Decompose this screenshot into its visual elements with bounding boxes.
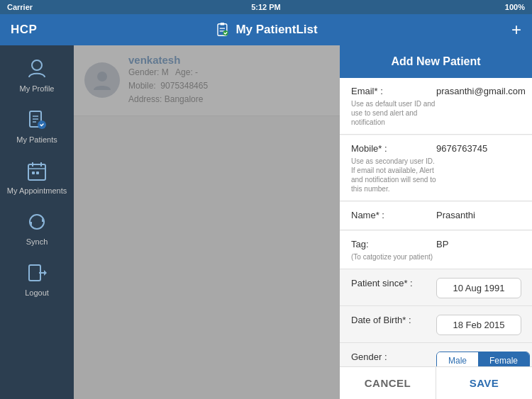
svg-rect-1 — [221, 23, 225, 26]
sidebar-label-logout: Logout — [25, 288, 49, 297]
add-patient-modal: Add New Patient Email* : Use as default … — [340, 45, 532, 399]
gender-row: Gender : Male Female — [340, 344, 532, 366]
tag-value: BP — [436, 238, 521, 249]
patient-since-value: 10 Aug 1991 — [436, 277, 521, 298]
dob-button[interactable]: 18 Feb 2015 — [436, 315, 521, 335]
app-header: HCP My PatientList + — [0, 14, 532, 45]
gender-female-button[interactable]: Female — [478, 352, 529, 366]
time-label: 5:12 PM — [251, 3, 281, 11]
sidebar-item-my-patients[interactable]: My Patients — [0, 100, 74, 151]
name-row: Name* : Prasanthi — [340, 202, 532, 230]
modal-title: Add New Patient — [391, 55, 480, 67]
header-title-section: My PatientList — [214, 22, 317, 38]
svg-rect-16 — [36, 172, 39, 174]
patient-since-label: Patient since* : — [351, 277, 436, 290]
svg-marker-21 — [44, 270, 47, 276]
save-button[interactable]: SAVE — [436, 367, 532, 399]
sidebar-item-my-appointments[interactable]: My Appointments — [0, 151, 74, 202]
battery-label: 100% — [505, 3, 525, 11]
clipboard-icon — [214, 22, 230, 38]
patient-since-row: Patient since* : 10 Aug 1991 — [340, 270, 532, 306]
status-bar: Carrier 5:12 PM 100% — [0, 0, 532, 14]
sync-icon — [24, 209, 50, 235]
logout-icon — [24, 260, 50, 286]
dob-label: Date of Birth* : — [351, 314, 436, 327]
gender-label: Gender : — [351, 351, 436, 364]
tag-label: Tag: — [351, 238, 436, 251]
mobile-label: Mobile* : — [351, 142, 436, 155]
sidebar-label-synch: Synch — [26, 237, 48, 246]
gender-toggle-container: Male Female — [436, 351, 530, 366]
app-name: HCP — [11, 23, 37, 37]
cancel-button[interactable]: CANCEL — [340, 367, 436, 399]
svg-rect-15 — [32, 172, 35, 174]
svg-rect-19 — [29, 265, 40, 281]
calendar-icon — [24, 158, 50, 184]
gender-male-button[interactable]: Male — [437, 352, 478, 366]
sidebar-item-logout[interactable]: Logout — [0, 253, 74, 304]
header-title: My PatientList — [235, 23, 317, 37]
modal-header: Add New Patient — [340, 45, 532, 78]
mobile-value: 9676763745 — [436, 142, 521, 154]
dob-row: Date of Birth* : 18 Feb 2015 — [340, 307, 532, 343]
patients-icon — [24, 107, 50, 133]
mobile-hint: Use as secondary user ID. If email not a… — [351, 157, 436, 193]
tag-hint: (To catgotize your patient) — [351, 252, 436, 262]
sidebar-item-my-profile[interactable]: My Profile — [0, 49, 74, 100]
name-value: Prasanthi — [436, 209, 521, 220]
modal-body: Email* : Use as default user ID and use … — [340, 78, 532, 366]
main-layout: My Profile My Patients — [0, 45, 532, 399]
email-value: prasanthi@gmail.com — [436, 85, 526, 96]
email-hint: Use as default user ID and use to send a… — [351, 99, 436, 127]
carrier-label: Carrier — [7, 3, 33, 11]
name-label: Name* : — [351, 209, 436, 222]
modal-footer: CANCEL SAVE — [340, 366, 532, 399]
add-patient-button[interactable]: + — [511, 20, 521, 40]
svg-point-5 — [32, 60, 42, 70]
patient-since-button[interactable]: 10 Aug 1991 — [436, 278, 521, 298]
mobile-row: Mobile* : Use as secondary user ID. If e… — [340, 135, 532, 201]
email-row: Email* : Use as default user ID and use … — [340, 78, 532, 135]
email-label: Email* : — [351, 85, 436, 98]
sidebar-label-my-patients: My Patients — [16, 135, 57, 144]
person-icon — [24, 56, 50, 82]
tag-row: Tag: (To catgotize your patient) BP — [340, 231, 532, 269]
sidebar: My Profile My Patients — [0, 45, 74, 399]
content-area: venkatesh Gender: M Age: - Mobile: 90753… — [74, 45, 532, 399]
dob-value: 18 Feb 2015 — [436, 314, 521, 335]
sidebar-label-my-profile: My Profile — [20, 84, 55, 93]
sidebar-label-my-appointments: My Appointments — [7, 186, 67, 195]
gender-toggle: Male Female — [436, 352, 530, 366]
sidebar-item-synch[interactable]: Synch — [0, 202, 74, 253]
